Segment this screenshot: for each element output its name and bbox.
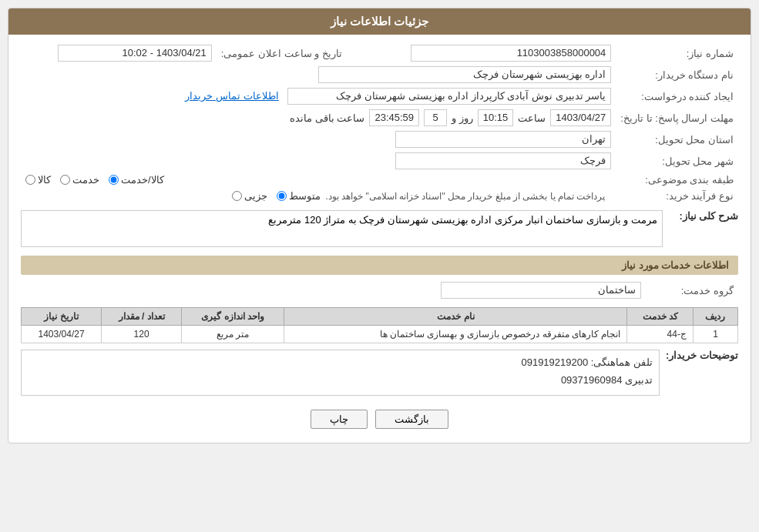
description-textarea[interactable] (21, 210, 663, 247)
deadline-remaining: 23:45:59 (369, 109, 419, 126)
deadline-time-label: ساعت (518, 112, 546, 124)
order-number-box: 1103003858000004 (411, 45, 611, 62)
buyer-notes-label: توضیحات خریدار: (666, 350, 738, 361)
city-value: فرچک (21, 150, 616, 172)
category-label: طبقه بندی موضوعی: (616, 172, 738, 188)
purchase-type-row: جزیی متوسط پرداخت تمام یا بخشی از مبلغ خ… (21, 188, 616, 204)
deadline-day-label: روز و (452, 112, 473, 124)
col-code: کد خدمت (627, 308, 694, 326)
col-row: ردیف (693, 308, 737, 326)
province-label: استان محل تحویل: (616, 129, 738, 150)
deadline-date: 1403/04/27 (550, 109, 611, 126)
buyer-notes-section: توضیحات خریدار: تلفن هماهنگی: 0919192192… (21, 350, 738, 396)
category-khadamat-radio[interactable] (60, 175, 70, 185)
purchase-jozi-label: جزیی (244, 190, 267, 202)
purchase-type-note: پرداخت تمام یا بخشی از مبلغ خریدار محل "… (325, 191, 605, 202)
category-row: کالا خدمت کالا/خدمت (21, 172, 616, 188)
category-khadamat-option[interactable]: خدمت (60, 174, 99, 186)
category-kala-radio[interactable] (25, 175, 35, 185)
province-value: تهران (21, 129, 616, 150)
category-khadamat-label: خدمت (72, 174, 99, 186)
order-number-label: شماره نیاز: (616, 42, 738, 64)
table-row: 1 ج-44 انجام کارهای متفرقه درخصوص بازساز… (22, 326, 738, 343)
info-table-top: شماره نیاز: 1103003858000004 تاریخ و ساع… (21, 42, 738, 204)
category-radio-group: کالا خدمت کالا/خدمت (25, 174, 611, 186)
creator-box: یاسر تدبیری نوش آبادی کارپرداز اداره بهز… (287, 88, 611, 105)
date-announce-box: 1403/04/21 - 10:02 (58, 45, 212, 62)
content-area: شماره نیاز: 1103003858000004 تاریخ و ساع… (8, 35, 751, 443)
service-group-value: ساختمان (21, 279, 646, 301)
services-table: ردیف کد خدمت نام خدمت واحد اندازه گیری ت… (21, 307, 738, 343)
print-button[interactable]: چاپ (311, 410, 368, 429)
buttons-row: بازگشت چاپ (21, 400, 738, 435)
buyer-notes-line2: تدبیری 09371960984 (28, 371, 653, 389)
back-button[interactable]: بازگشت (375, 410, 448, 429)
service-group-table: گروه خدمت: ساختمان (21, 279, 738, 301)
buyer-notes-line1: تلفن هماهنگی: 091919219200 (28, 353, 653, 371)
purchase-motavaset-label: متوسط (289, 190, 321, 202)
deadline-row: 1403/04/27 ساعت 10:15 روز و 5 23:45:59 س… (21, 107, 616, 129)
col-name: نام خدمت (284, 308, 627, 326)
purchase-jozi-radio[interactable] (232, 191, 242, 201)
category-kala-option[interactable]: کالا (25, 174, 51, 186)
deadline-label: مهلت ارسال پاسخ: تا تاریخ: (616, 107, 738, 129)
deadline-remaining-label: ساعت باقی مانده (290, 112, 364, 124)
cell-unit: متر مربع (182, 326, 284, 343)
col-date: تاریخ نیاز (22, 308, 102, 326)
description-label: شرح کلی نیاز: (669, 210, 738, 222)
date-announce-label: تاریخ و ساعت اعلان عمومی: (217, 42, 365, 64)
deadline-day: 5 (424, 109, 447, 126)
description-section: شرح کلی نیاز: (21, 210, 738, 249)
page-title: جزئیات اطلاعات نیاز (8, 8, 751, 35)
cell-name: انجام کارهای متفرقه درخصوص بازسازی و بهس… (284, 326, 627, 343)
col-unit: واحد اندازه گیری (182, 308, 284, 326)
category-kala-khadamat-option[interactable]: کالا/خدمت (109, 174, 164, 186)
creator-label: ایجاد کننده درخواست: (616, 85, 738, 107)
cell-row: 1 (693, 326, 737, 343)
cell-code: ج-44 (627, 326, 694, 343)
order-number-value: 1103003858000004 (365, 42, 616, 64)
purchase-type-label: نوع فرآیند خرید: (616, 188, 738, 204)
services-section-header: اطلاعات خدمات مورد نیاز (21, 256, 738, 275)
description-container (21, 210, 663, 249)
col-qty: تعداد / مقدار (102, 308, 182, 326)
city-box: فرچک (395, 152, 611, 169)
province-box: تهران (395, 131, 611, 148)
deadline-time: 10:15 (478, 109, 514, 126)
deadline-flex: 1403/04/27 ساعت 10:15 روز و 5 23:45:59 س… (25, 109, 611, 126)
purchase-type-flex: جزیی متوسط پرداخت تمام یا بخشی از مبلغ خ… (25, 190, 611, 202)
date-announce-value: 1403/04/21 - 10:02 (21, 42, 217, 64)
service-group-box: ساختمان (441, 282, 641, 299)
purchase-motavaset-radio[interactable] (277, 191, 287, 201)
contact-link[interactable]: اطلاعات تماس خریدار (185, 90, 278, 102)
purchase-type-radio-group: جزیی متوسط (232, 190, 321, 202)
service-group-label: گروه خدمت: (646, 279, 738, 301)
purchase-motavaset-option[interactable]: متوسط (277, 190, 321, 202)
category-kala-khadamat-radio[interactable] (109, 175, 119, 185)
main-card: جزئیات اطلاعات نیاز شماره نیاز: 11030038… (8, 8, 751, 443)
buyer-notes-box: تلفن هماهنگی: 091919219200 تدبیری 093719… (21, 350, 660, 396)
buyer-org-label: نام دستگاه خریدار: (616, 64, 738, 85)
city-label: شهر محل تحویل: (616, 150, 738, 172)
buyer-org-box: اداره بهزیستی شهرستان فرچک (318, 66, 611, 83)
page-wrapper: جزئیات اطلاعات نیاز شماره نیاز: 11030038… (0, 0, 759, 532)
category-kala-khadamat-label: کالا/خدمت (121, 174, 164, 186)
creator-row: یاسر تدبیری نوش آبادی کارپرداز اداره بهز… (21, 85, 616, 107)
category-kala-label: کالا (38, 174, 51, 186)
cell-date: 1403/04/27 (22, 326, 102, 343)
cell-qty: 120 (102, 326, 182, 343)
buyer-org-value: اداره بهزیستی شهرستان فرچک (21, 64, 616, 85)
purchase-jozi-option[interactable]: جزیی (232, 190, 267, 202)
